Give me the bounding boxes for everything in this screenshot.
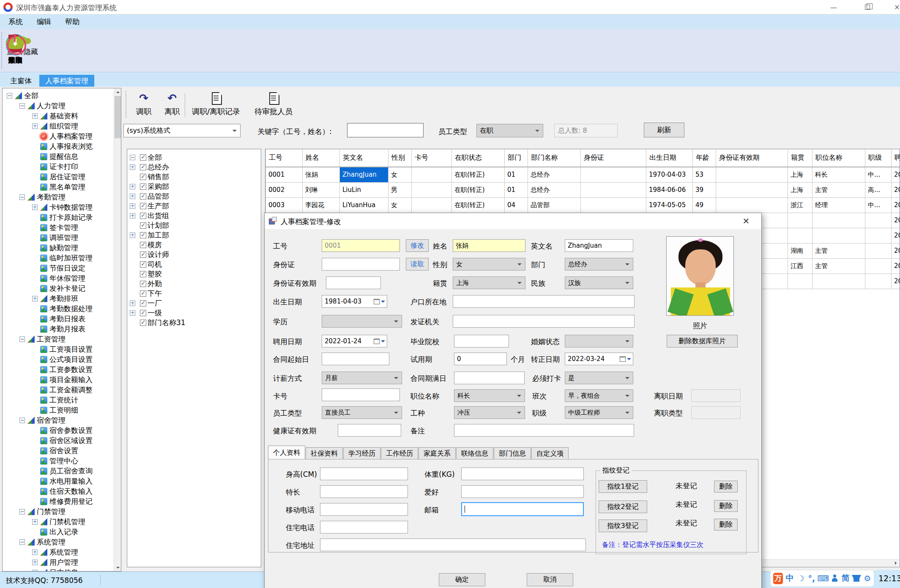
department-checkbox[interactable] xyxy=(140,193,146,200)
table-cell[interactable] xyxy=(788,228,812,243)
menu-item[interactable]: 系统 xyxy=(8,17,23,27)
en-name-field[interactable]: ZhangJuan xyxy=(565,239,633,252)
ime-icon[interactable]: 中 xyxy=(786,573,794,583)
nav-tree-item[interactable]: 管理中心 xyxy=(3,456,113,466)
nav-tree-item[interactable]: 卡钟数据管理 xyxy=(3,202,113,212)
department-tree-item[interactable]: 塑胶 xyxy=(130,269,186,279)
fingerprint1-register-button[interactable]: 指纹1登记 xyxy=(599,480,647,493)
table-cell[interactable]: 张娟 xyxy=(303,167,340,182)
nav-tree-item[interactable]: 日志信息 xyxy=(3,567,113,572)
native-select[interactable]: 上海 xyxy=(453,276,525,289)
main-tab[interactable]: 主窗体 xyxy=(4,75,38,87)
nav-tree-item[interactable]: 系统管理 xyxy=(3,547,113,557)
tree-expand-toggle[interactable] xyxy=(32,519,38,525)
tree-expand-toggle[interactable] xyxy=(19,418,25,423)
column-header[interactable]: 性别 xyxy=(388,149,412,167)
ime-icon[interactable]: ⚙ xyxy=(863,573,871,583)
table-cell[interactable]: 中... xyxy=(865,167,892,182)
paymode-select[interactable]: 月薪 xyxy=(322,372,402,384)
nav-tree-item[interactable]: 临时加班管理 xyxy=(3,253,113,263)
table-cell[interactable]: 主管 xyxy=(812,243,865,258)
table-cell[interactable]: 高... xyxy=(865,182,892,197)
table-cell[interactable]: 刘琳 xyxy=(303,182,340,197)
department-tree-item[interactable]: 计划部 xyxy=(130,221,186,230)
nav-tree-item[interactable]: 工资明细 xyxy=(3,405,113,415)
read-idcard-button[interactable]: 读取 xyxy=(406,258,429,271)
nav-tree-item[interactable]: 调班管理 xyxy=(3,232,113,243)
department-tree-item[interactable]: 总经办 xyxy=(130,162,186,172)
taskbar-clock[interactable]: 12:13 xyxy=(875,570,900,587)
dialog-tab[interactable]: 部门信息 xyxy=(494,447,531,459)
nav-tree-scrollbar[interactable] xyxy=(114,88,121,571)
menu-item[interactable]: 编辑 xyxy=(37,17,51,27)
emp-no-field[interactable]: 0001 xyxy=(322,239,400,252)
ime-icon[interactable]: 万 xyxy=(773,573,783,584)
table-cell[interactable]: 总经办 xyxy=(528,182,581,197)
issuer-field[interactable] xyxy=(453,315,635,328)
table-cell[interactable] xyxy=(412,167,452,182)
department-checkbox[interactable] xyxy=(140,252,146,258)
dialog-tab[interactable]: 学习经历 xyxy=(343,447,380,459)
table-cell[interactable] xyxy=(865,228,892,243)
table-cell[interactable]: 39 xyxy=(693,182,716,197)
table-cell[interactable]: LiuLin xyxy=(340,182,388,197)
ime-icon[interactable] xyxy=(831,573,839,583)
table-cell[interactable]: 湖南 xyxy=(788,243,812,258)
table-cell[interactable]: 在职(转正) xyxy=(452,197,505,213)
department-checkbox[interactable] xyxy=(140,154,146,161)
column-header[interactable]: 在职状态 xyxy=(452,149,505,167)
scroll-right-arrow[interactable] xyxy=(892,560,899,566)
table-cell[interactable]: 1974-05-05 xyxy=(646,197,693,213)
column-header[interactable]: 工号 xyxy=(266,149,303,167)
tree-expand-toggle[interactable] xyxy=(130,155,135,160)
department-checkbox[interactable] xyxy=(140,232,146,238)
table-cell[interactable]: 江西 xyxy=(788,258,812,273)
table-cell[interactable]: 在职(转正) xyxy=(452,167,505,182)
tree-expand-toggle[interactable] xyxy=(130,301,135,306)
table-cell[interactable]: 2022 xyxy=(892,228,900,243)
dialog-title-bar[interactable]: 人事档案管理-修改 ✕ xyxy=(265,213,761,229)
table-cell[interactable]: 女 xyxy=(388,197,412,213)
mobile-field[interactable] xyxy=(320,503,408,516)
department-tree-item[interactable]: 一厂 xyxy=(130,298,186,308)
tree-expand-toggle[interactable] xyxy=(32,560,38,565)
column-header[interactable]: 部门名称 xyxy=(528,149,581,167)
rank-select[interactable]: 中级工程师 xyxy=(565,406,633,419)
nav-tree-item[interactable]: 人事档案管理 xyxy=(3,131,113,141)
table-cell[interactable]: 0002 xyxy=(266,182,303,197)
keyword-input[interactable] xyxy=(347,123,424,137)
gender-select[interactable]: 女 xyxy=(453,258,525,271)
must-punch-select[interactable]: 是 xyxy=(565,372,633,384)
table-cell[interactable]: 女 xyxy=(388,167,412,182)
contract-end-field[interactable] xyxy=(454,372,525,384)
nav-tree-item[interactable]: 居住证管理 xyxy=(3,172,113,182)
nav-tree-item[interactable]: 员工宿舍查询 xyxy=(3,466,113,476)
table-cell[interactable]: 中... xyxy=(865,197,892,213)
minimize-button[interactable]: — xyxy=(825,2,842,13)
nav-tree-item[interactable]: 系统管理 xyxy=(3,537,113,547)
hobby-field[interactable] xyxy=(461,485,584,498)
height-field[interactable] xyxy=(320,468,408,480)
department-tree-item[interactable]: 采购部 xyxy=(130,182,186,191)
home-address-field[interactable] xyxy=(320,539,586,551)
ok-button[interactable]: 确定 xyxy=(439,573,485,586)
trial-field[interactable]: 0 xyxy=(454,353,507,365)
nav-tree-item[interactable]: 考勤排班 xyxy=(3,293,113,304)
table-cell[interactable]: 总经办 xyxy=(528,167,581,182)
card-field[interactable] xyxy=(322,388,400,401)
transfer-resign-records-button[interactable]: 调职/离职记录 xyxy=(189,90,243,118)
table-cell[interactable]: 0001 xyxy=(266,167,303,182)
email-field[interactable] xyxy=(461,502,584,516)
ime-icon[interactable] xyxy=(853,573,861,583)
tree-expand-toggle[interactable] xyxy=(130,203,135,209)
dialog-tab[interactable]: 社保资料 xyxy=(306,447,343,459)
department-checkbox[interactable] xyxy=(140,174,146,180)
delete-photo-button[interactable]: 删除数据库照片 xyxy=(667,335,738,347)
nav-tree-item[interactable]: 提醒信息 xyxy=(3,151,113,161)
ethnic-select[interactable]: 汉族 xyxy=(565,276,633,289)
tree-expand-toggle[interactable] xyxy=(32,296,38,301)
hire-date-picker[interactable]: 2022-01-24 xyxy=(322,335,387,347)
department-tree-item[interactable]: 部门名称31 xyxy=(130,318,186,328)
nav-tree-item[interactable]: 考勤管理 xyxy=(3,192,113,202)
tree-expand-toggle[interactable] xyxy=(19,194,25,200)
